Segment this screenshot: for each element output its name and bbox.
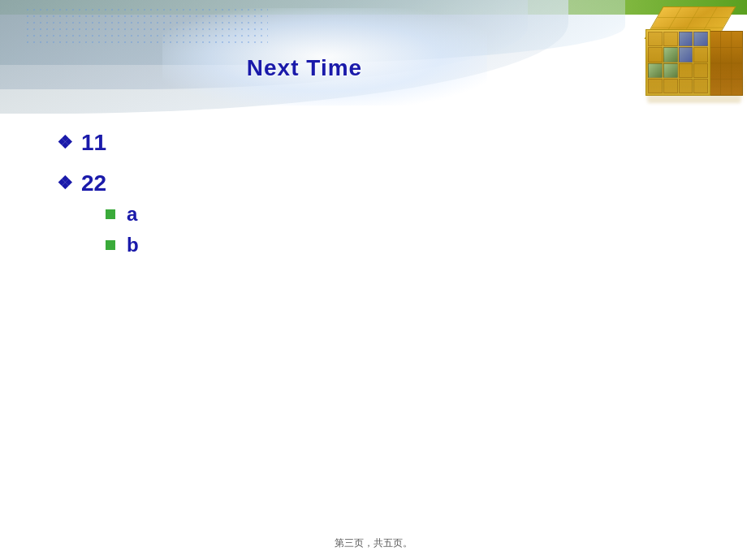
sub-item-b: b <box>106 234 139 256</box>
diamond-icon-2: ❖ <box>57 173 73 194</box>
sub-bullet-list: a b <box>106 203 139 265</box>
item-2-label: 22 <box>81 170 106 196</box>
sub-bullet-icon-a <box>106 209 115 219</box>
main-bullet-list: ❖ 11 ❖ 22 a b <box>57 130 706 273</box>
slide-content: ❖ 11 ❖ 22 a b <box>41 114 706 519</box>
sub-item-b-label: b <box>127 234 139 256</box>
slide-title: Next Time <box>0 55 609 81</box>
item-1-label: 11 <box>81 130 106 156</box>
sub-item-a: a <box>106 203 139 226</box>
footer-text: 第三页，共五页。 <box>0 536 747 550</box>
bg-dots <box>24 6 268 47</box>
diamond-icon-1: ❖ <box>57 132 73 153</box>
list-item-2: ❖ 22 a b <box>57 170 706 273</box>
sub-bullet-icon-b <box>106 240 115 250</box>
list-item-1: ❖ 11 <box>57 130 706 156</box>
cube-reflection <box>643 75 745 103</box>
cube-decoration <box>617 0 747 126</box>
sub-item-a-label: a <box>127 203 137 226</box>
